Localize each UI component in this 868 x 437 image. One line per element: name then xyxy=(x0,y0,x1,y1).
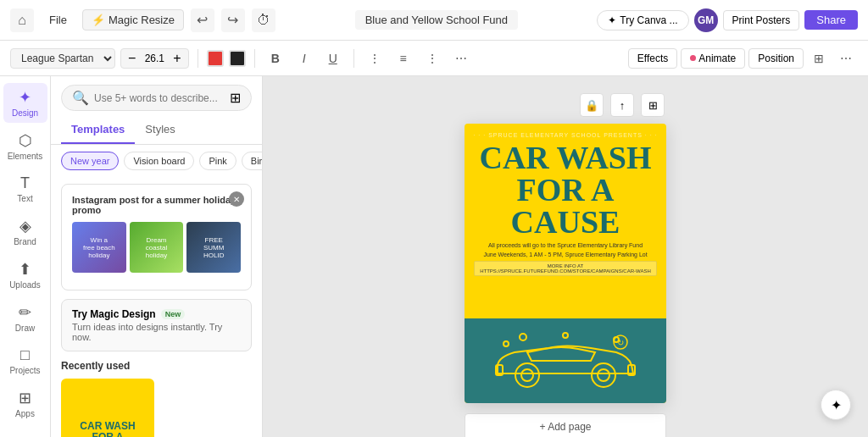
redo-button[interactable]: ↪ xyxy=(221,8,245,32)
promo-close-button[interactable]: ✕ xyxy=(229,191,244,207)
svg-point-6 xyxy=(504,341,509,346)
effects-button[interactable]: Effects xyxy=(628,48,677,69)
magic-design-desc: Turn ideas into designs instantly. Try n… xyxy=(72,322,241,342)
font-size-minus[interactable]: − xyxy=(126,51,137,66)
canvas-area: 🔒 ↑ ⊞ · · · SPRUCE ELEMENTARY SCHOOL PRE… xyxy=(263,76,868,437)
toolbar2: League Spartan − + B I U ⋮ ≡ ⋮ ⋯ Effects… xyxy=(0,41,868,76)
lock-icon-btn[interactable]: 🔒 xyxy=(580,93,604,117)
poster-subtitle: All proceeds will go to the Spruce Eleme… xyxy=(475,241,656,250)
sidebar-item-draw[interactable]: ✏ Draw xyxy=(3,298,47,338)
promo-image-2: Dreamcoastalholiday xyxy=(130,222,184,273)
print-button[interactable]: Print Posters xyxy=(723,10,800,30)
svg-point-1 xyxy=(521,369,533,381)
topbar: ⌂ File ⚡ Magic Resize ↩ ↪ ⏱ ✦ Try Canva … xyxy=(0,0,868,41)
promo-title: Instagram post for a summer holiday prom… xyxy=(72,195,241,215)
font-family-select[interactable]: League Spartan xyxy=(10,48,115,69)
grid-options-button[interactable]: ⊞ xyxy=(807,47,831,70)
topbar-nav: File xyxy=(41,10,75,30)
search-bar: 🔍 ⊞ xyxy=(61,85,252,111)
document-title[interactable] xyxy=(355,10,518,30)
tag-strip: New year Vision board Pink Birth... xyxy=(51,145,262,177)
poster-date: June Weekends, 1 AM - 5 PM, Spruce Eleme… xyxy=(483,252,647,257)
avatar[interactable]: GM xyxy=(694,8,718,32)
text-stroke-swatch[interactable] xyxy=(229,50,246,67)
add-page-button[interactable]: + Add page xyxy=(465,413,666,437)
thumb-title: CAR WASH FOR A CAUSE xyxy=(80,421,135,437)
sidebar-label-elements: Elements xyxy=(8,152,43,161)
magic-resize-button[interactable]: ⚡ Magic Resize xyxy=(82,9,184,30)
sidebar-item-uploads[interactable]: ⬆ Uploads xyxy=(3,255,47,295)
search-input[interactable] xyxy=(94,92,225,104)
animate-dot xyxy=(690,55,696,61)
svg-point-3 xyxy=(598,369,609,381)
text-color-swatch[interactable] xyxy=(207,50,224,67)
sidebar-item-apps[interactable]: ⊞ Apps xyxy=(3,384,47,423)
uploads-icon: ⬆ xyxy=(19,260,31,279)
home-button[interactable]: ⌂ xyxy=(10,8,34,32)
try-canva-button[interactable]: ✦ Try Canva ... xyxy=(597,10,688,30)
sidebar-item-design[interactable]: ✦ Design xyxy=(3,83,47,123)
underline-button[interactable]: U xyxy=(321,47,345,70)
position-button[interactable]: Position xyxy=(748,48,804,69)
assistant-button[interactable]: ✦ xyxy=(821,390,851,420)
magic-design-title: Try Magic Design New xyxy=(72,308,241,320)
canva-icon: ✦ xyxy=(608,14,616,26)
panel-content: ✕ Instagram post for a summer holiday pr… xyxy=(51,177,262,437)
apps-icon: ⊞ xyxy=(19,389,31,407)
tag-new-year[interactable]: New year xyxy=(61,152,119,170)
tab-templates[interactable]: Templates xyxy=(61,116,135,144)
poster[interactable]: · · · SPRUCE ELEMENTARY SCHOOL PRESENTS … xyxy=(465,124,666,403)
svg-point-0 xyxy=(515,363,539,387)
tag-birth[interactable]: Birth... xyxy=(242,152,262,170)
projects-icon: □ xyxy=(20,346,30,364)
sidebar-item-brand[interactable]: ◈ Brand xyxy=(3,212,47,252)
bold-button[interactable]: B xyxy=(264,47,287,70)
share-button[interactable]: Share xyxy=(804,10,858,30)
recently-used-section: Recently used CAR WASH FOR A CAUSE xyxy=(61,360,252,437)
poster-url: MORE INFO AT HTTPS://SPRUCE.FUTUREFUND.C… xyxy=(480,263,651,274)
topbar-left: ⌂ File ⚡ Magic Resize ↩ ↪ ⏱ xyxy=(10,8,275,32)
tag-pink[interactable]: Pink xyxy=(199,152,236,170)
topbar-right: ✦ Try Canva ... GM Print Posters Share xyxy=(597,8,858,32)
filter-icon[interactable]: ⊞ xyxy=(230,90,241,106)
more-options-button[interactable]: ⋯ xyxy=(449,47,473,70)
magic-resize-icon: ⚡ xyxy=(92,14,105,26)
timer-button[interactable]: ⏱ xyxy=(252,8,275,32)
italic-button[interactable]: I xyxy=(292,47,316,70)
panel-tabs: Templates Styles xyxy=(51,116,262,145)
recently-used-thumb[interactable]: CAR WASH FOR A CAUSE xyxy=(61,379,154,437)
tab-styles[interactable]: Styles xyxy=(135,116,185,144)
draw-icon: ✏ xyxy=(19,303,31,322)
sidebar-label-brand: Brand xyxy=(14,237,36,246)
more-menu-button[interactable]: ⋯ xyxy=(834,47,858,70)
grid-canvas-btn[interactable]: ⊞ xyxy=(641,93,665,117)
align-left-button[interactable]: ⋮ xyxy=(363,47,387,70)
align-center-button[interactable]: ≡ xyxy=(392,47,415,70)
magic-design-section: Try Magic Design New Turn ideas into des… xyxy=(61,299,252,351)
sidebar-item-text[interactable]: T Text xyxy=(3,169,47,208)
svg-text:↻: ↻ xyxy=(617,338,624,347)
design-icon: ✦ xyxy=(19,88,31,107)
sidebar-label-apps: Apps xyxy=(15,409,35,418)
animate-button[interactable]: Animate xyxy=(681,48,745,69)
sidebar-item-elements[interactable]: ⬡ Elements xyxy=(3,126,47,166)
poster-dots-top: · · · SPRUCE ELEMENTARY SCHOOL PRESENTS … xyxy=(465,132,666,138)
file-menu[interactable]: File xyxy=(41,10,75,30)
share-canvas-btn[interactable]: ↑ xyxy=(610,93,634,117)
canvas-wrapper: 🔒 ↑ ⊞ · · · SPRUCE ELEMENTARY SCHOOL PRE… xyxy=(465,93,666,437)
tag-vision-board[interactable]: Vision board xyxy=(124,152,194,170)
sidebar: ✦ Design ⬡ Elements T Text ◈ Brand ⬆ Upl… xyxy=(0,76,51,437)
align-right-button[interactable]: ⋮ xyxy=(420,47,444,70)
sidebar-label-uploads: Uploads xyxy=(9,280,41,290)
canvas-icons: 🔒 ↑ ⊞ xyxy=(465,93,666,117)
font-size-group: − + xyxy=(120,48,189,69)
sidebar-label-text: Text xyxy=(17,194,32,203)
topbar-center xyxy=(282,10,590,30)
poster-title: CAR WASH FOR A CAUSE xyxy=(465,141,666,238)
search-icon: 🔍 xyxy=(72,90,89,106)
font-size-input[interactable] xyxy=(139,53,170,64)
sidebar-item-projects[interactable]: □ Projects xyxy=(3,341,47,380)
magic-new-badge: New xyxy=(161,309,186,319)
font-size-plus[interactable]: + xyxy=(171,51,182,66)
undo-button[interactable]: ↩ xyxy=(191,8,214,32)
